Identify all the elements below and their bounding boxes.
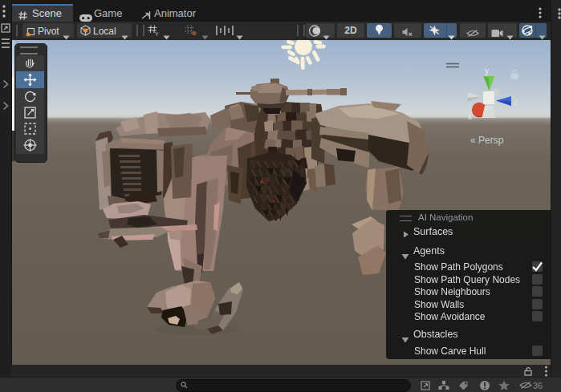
svg-text:x: x — [468, 112, 472, 121]
svg-text:y: y — [485, 67, 489, 75]
svg-text:Y: Y — [155, 31, 159, 37]
svg-text:z: z — [514, 98, 518, 107]
svg-text:« Persp: « Persp — [470, 135, 504, 146]
